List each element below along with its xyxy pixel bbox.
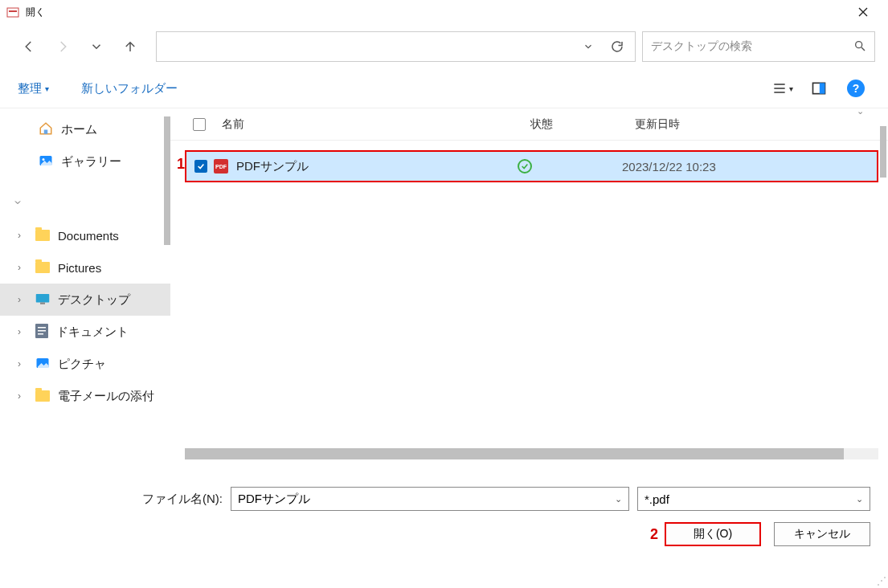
- chevron-down-icon: [13, 197, 23, 210]
- arrow-up-icon: [123, 39, 137, 54]
- svg-rect-1: [9, 10, 17, 12]
- chevron-right-icon: ›: [18, 390, 21, 402]
- chevron-right-icon: ›: [18, 262, 21, 273]
- resize-grip[interactable]: ⋰: [877, 575, 886, 586]
- file-row[interactable]: PDF PDFサンプル 2023/12/22 10:23: [185, 150, 878, 182]
- nav-back-button[interactable]: [13, 31, 45, 63]
- file-type-filter[interactable]: *.pdf ⌄: [637, 487, 870, 511]
- folder-icon: [35, 390, 50, 402]
- open-button[interactable]: 開く(O): [665, 522, 761, 546]
- sidebar-item-label: ドキュメント: [56, 325, 129, 340]
- annotation-2: 2: [650, 526, 658, 543]
- filename-input[interactable]: PDFサンプル ⌄: [231, 487, 629, 511]
- window-title: 開く: [26, 6, 45, 19]
- sidebar-item-label: ホーム: [61, 122, 97, 137]
- file-list[interactable]: 1 PDF PDFサンプル 2023/12/22 10:23: [170, 141, 888, 448]
- sidebar-item-label: 電子メールの添付: [58, 389, 154, 404]
- select-all-checkbox[interactable]: [193, 118, 222, 131]
- caret-down-icon: ▾: [45, 84, 49, 93]
- sidebar-item-pictures-jp[interactable]: › ピクチャ: [0, 348, 170, 380]
- filename-value: PDFサンプル: [238, 492, 310, 507]
- sidebar-group-toggle[interactable]: [0, 187, 170, 219]
- pdf-file-icon: PDF: [214, 159, 228, 174]
- file-name: PDFサンプル: [236, 159, 518, 174]
- sidebar-item-documents-jp[interactable]: › ドキュメント: [0, 316, 170, 348]
- desktop-icon: [35, 293, 50, 307]
- nav-up-button[interactable]: [114, 31, 146, 63]
- svg-rect-13: [38, 333, 43, 335]
- chevron-down-icon: [89, 39, 104, 54]
- close-button[interactable]: [845, 0, 882, 24]
- address-history-button[interactable]: [574, 32, 603, 61]
- sidebar-item-label: ギャラリー: [61, 154, 121, 169]
- close-icon: [858, 7, 868, 17]
- help-button[interactable]: ?: [841, 74, 870, 103]
- column-date[interactable]: 更新日時 ⌄: [635, 117, 888, 132]
- svg-rect-9: [40, 302, 45, 304]
- nav-row: デスクトップの検索: [0, 24, 888, 69]
- help-icon: ?: [847, 80, 865, 97]
- filename-label: ファイル名(N):: [142, 492, 223, 507]
- svg-rect-12: [38, 330, 46, 332]
- horizontal-scrollbar[interactable]: [185, 448, 878, 459]
- address-bar[interactable]: [156, 31, 636, 62]
- file-area: 名前 状態 更新日時 ⌄ 1 PDF PDFサンプル 2023/12/22 10…: [170, 108, 888, 463]
- sidebar-item-desktop[interactable]: › デスクトップ: [0, 284, 170, 316]
- sidebar-item-label: Documents: [58, 229, 119, 243]
- svg-rect-8: [36, 294, 50, 303]
- sidebar: ホーム ギャラリー › Documents › Pictures ›: [0, 108, 170, 463]
- filter-value: *.pdf: [645, 492, 669, 506]
- svg-rect-0: [7, 8, 18, 17]
- refresh-icon: [610, 39, 624, 54]
- caret-down-icon: ▾: [789, 84, 793, 93]
- home-icon: [39, 121, 53, 138]
- search-placeholder: デスクトップの検索: [651, 39, 853, 54]
- main-area: ホーム ギャラリー › Documents › Pictures ›: [0, 108, 888, 463]
- nav-recent-button[interactable]: [80, 31, 113, 63]
- preview-pane-button[interactable]: [804, 74, 833, 103]
- refresh-button[interactable]: [603, 32, 632, 61]
- sort-indicator-icon: ⌄: [857, 106, 864, 116]
- preview-pane-icon: [811, 80, 827, 96]
- sidebar-item-email-attachments[interactable]: › 電子メールの添付: [0, 380, 170, 412]
- sidebar-item-label: ピクチャ: [58, 357, 106, 372]
- sidebar-home[interactable]: ホーム: [0, 113, 170, 145]
- search-icon: [853, 39, 866, 55]
- status-ok-icon: [518, 159, 532, 174]
- sidebar-item-documents[interactable]: › Documents: [0, 219, 170, 251]
- svg-rect-11: [38, 327, 46, 329]
- annotation-1: 1: [177, 156, 185, 173]
- pictures-icon: [35, 356, 50, 373]
- sidebar-scrollbar[interactable]: [164, 116, 170, 245]
- folder-icon: [35, 262, 50, 273]
- column-status[interactable]: 状態: [530, 117, 635, 132]
- sidebar-item-pictures[interactable]: › Pictures: [0, 251, 170, 284]
- check-icon: [197, 162, 205, 170]
- nav-forward-button[interactable]: [47, 31, 79, 63]
- list-view-icon: [771, 80, 788, 96]
- new-folder-button[interactable]: 新しいフォルダー: [81, 81, 178, 96]
- chevron-down-icon: [583, 41, 594, 52]
- view-menu[interactable]: ▾: [767, 74, 796, 103]
- search-input[interactable]: デスクトップの検索: [642, 31, 875, 62]
- chevron-right-icon: ›: [18, 294, 21, 305]
- document-icon: [35, 324, 48, 341]
- organize-menu[interactable]: 整理▾: [18, 81, 49, 96]
- column-headers: 名前 状態 更新日時 ⌄: [170, 108, 888, 141]
- arrow-right-icon: [55, 39, 70, 54]
- folder-icon: [35, 230, 50, 241]
- sidebar-gallery[interactable]: ギャラリー: [0, 145, 170, 178]
- cancel-button[interactable]: キャンセル: [774, 522, 870, 546]
- chevron-down-icon: ⌄: [856, 494, 863, 504]
- sidebar-item-label: デスクトップ: [58, 292, 130, 308]
- toolbar: 整理▾ 新しいフォルダー ▾ ?: [0, 69, 888, 108]
- row-checkbox[interactable]: [194, 160, 207, 173]
- gallery-icon: [39, 153, 53, 170]
- chevron-right-icon: ›: [18, 326, 21, 337]
- file-status: [518, 159, 622, 174]
- column-name[interactable]: 名前: [222, 117, 530, 132]
- svg-point-7: [43, 158, 45, 161]
- svg-rect-5: [44, 129, 48, 133]
- file-date: 2023/12/22 10:23: [622, 160, 716, 174]
- chevron-right-icon: ›: [18, 358, 21, 370]
